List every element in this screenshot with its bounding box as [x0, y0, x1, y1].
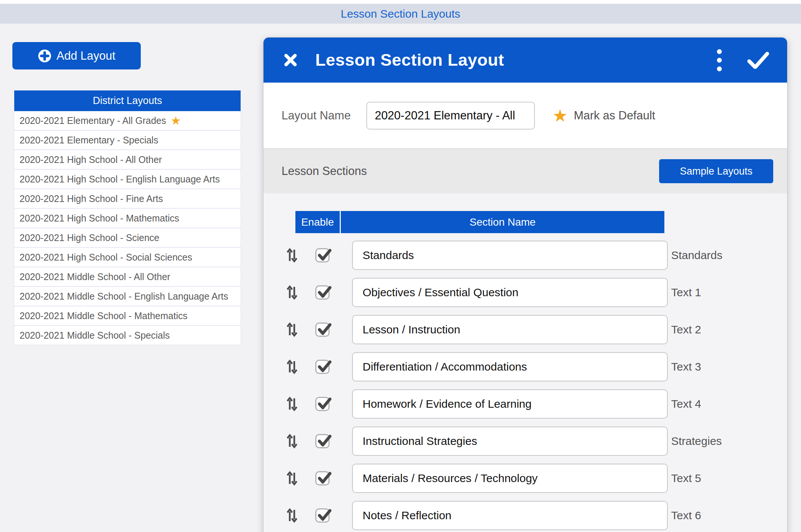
layout-name-label: Layout Name — [282, 109, 351, 122]
lesson-sections-title: Lesson Sections — [282, 164, 367, 178]
section-enable-checkbox[interactable] — [315, 508, 330, 523]
reorder-icon[interactable] — [287, 396, 297, 411]
save-check-icon[interactable] — [747, 51, 769, 69]
section-type-label: Standards — [671, 249, 723, 262]
district-layout-item[interactable]: 2020-2021 High School - All Other — [14, 149, 241, 169]
district-layout-item[interactable]: 2020-2021 High School - English Language… — [14, 169, 241, 188]
lesson-sections-bar: Lesson Sections Sample Layouts — [263, 148, 787, 193]
section-name-input[interactable] — [352, 427, 668, 456]
page-title: Lesson Section Layouts — [341, 8, 461, 20]
section-type-label: Text 1 — [671, 286, 701, 299]
district-layout-label: 2020-2021 High School - Social Sciences — [20, 252, 192, 263]
column-header-enable: Enable — [295, 211, 341, 233]
section-enable-checkbox[interactable] — [315, 397, 330, 411]
district-layouts-header: District Layouts — [14, 90, 241, 111]
screen: Lesson Section Layouts Add Layout Distri… — [0, 0, 801, 532]
district-layout-label: 2020-2021 Middle School - Mathematics — [20, 310, 187, 321]
top-strip — [0, 0, 801, 4]
layout-name-row: Layout Name ★ Mark as Default — [263, 83, 787, 148]
district-layouts-items: 2020-2021 Elementary - All Grades ★ 2020… — [14, 111, 241, 345]
section-type-label: Text 6 — [671, 509, 701, 522]
section-row: Text 6 — [263, 497, 787, 532]
section-row: Text 2 — [263, 311, 787, 348]
district-layout-item[interactable]: 2020-2021 Elementary - Specials — [14, 130, 241, 149]
kebab-menu-icon[interactable] — [715, 47, 724, 74]
page-header: Lesson Section Layouts — [0, 4, 801, 24]
district-layout-label: 2020-2021 Middle School - English Langua… — [20, 291, 228, 302]
district-layout-label: 2020-2021 Middle School - All Other — [20, 271, 170, 282]
section-enable-checkbox[interactable] — [315, 360, 330, 374]
sections-table: Enable Section Name Standards — [263, 193, 787, 532]
district-layout-item[interactable]: 2020-2021 High School - Science — [14, 228, 241, 247]
district-layout-item[interactable]: 2020-2021 Middle School - All Other — [14, 267, 241, 286]
section-enable-checkbox[interactable] — [315, 323, 330, 337]
section-type-label: Text 4 — [671, 398, 701, 410]
section-name-input[interactable] — [352, 315, 668, 344]
reorder-icon[interactable] — [287, 434, 297, 449]
district-layout-label: 2020-2021 High School - English Language… — [20, 174, 220, 185]
sections-table-header: Enable Section Name — [295, 211, 664, 233]
add-layout-button[interactable]: Add Layout — [12, 42, 141, 69]
district-layout-item[interactable]: 2020-2021 Elementary - All Grades ★ — [14, 111, 241, 130]
column-header-section-name: Section Name — [341, 211, 664, 233]
section-row: Text 1 — [263, 274, 787, 311]
section-name-input[interactable] — [352, 389, 668, 419]
section-enable-checkbox[interactable] — [315, 248, 330, 262]
district-layout-item[interactable]: 2020-2021 Middle School - Mathematics — [14, 306, 241, 325]
district-layout-label: 2020-2021 Elementary - Specials — [20, 135, 158, 146]
reorder-icon[interactable] — [287, 471, 297, 486]
mark-default-label: Mark as Default — [574, 109, 655, 122]
district-layout-label: 2020-2021 High School - Fine Arts — [20, 193, 163, 204]
section-type-label: Text 5 — [671, 472, 701, 485]
district-layout-item[interactable]: 2020-2021 High School - Social Sciences — [14, 247, 241, 267]
sample-layouts-button[interactable]: Sample Layouts — [659, 159, 773, 183]
section-name-input[interactable] — [352, 352, 668, 381]
reorder-icon[interactable] — [287, 359, 297, 374]
section-row: Text 5 — [263, 460, 787, 497]
section-name-input[interactable] — [352, 241, 668, 270]
district-layouts-list: District Layouts 2020-2021 Elementary - … — [14, 90, 241, 345]
section-name-input[interactable] — [352, 278, 668, 307]
checkmark-icon — [317, 248, 331, 262]
reorder-icon[interactable] — [287, 508, 297, 523]
section-row: Standards — [263, 237, 787, 274]
checkmark-icon — [317, 434, 331, 448]
checkmark-icon — [317, 323, 331, 337]
checkmark-icon — [317, 508, 331, 523]
section-enable-checkbox[interactable] — [315, 434, 330, 448]
plus-circle-icon — [38, 49, 51, 63]
section-row: Strategies — [263, 422, 787, 460]
checkmark-icon — [317, 397, 331, 411]
checkmark-icon — [317, 471, 331, 485]
reorder-icon[interactable] — [287, 285, 297, 300]
dialog-header: Lesson Section Layout — [263, 38, 787, 83]
mark-default-star-icon[interactable]: ★ — [552, 107, 568, 124]
district-layout-item[interactable]: 2020-2021 Middle School - English Langua… — [14, 286, 241, 306]
default-star-icon: ★ — [171, 115, 181, 127]
section-enable-checkbox[interactable] — [315, 285, 330, 300]
checkmark-icon — [317, 285, 331, 300]
section-type-label: Text 2 — [671, 323, 701, 336]
reorder-icon[interactable] — [287, 248, 297, 263]
district-layout-label: 2020-2021 High School - Mathematics — [20, 213, 179, 224]
section-row: Text 4 — [263, 385, 787, 422]
section-enable-checkbox[interactable] — [315, 471, 330, 485]
district-layout-label: 2020-2021 Middle School - Specials — [20, 330, 170, 341]
section-type-label: Text 3 — [671, 360, 701, 373]
section-type-label: Strategies — [671, 435, 722, 448]
district-layout-item[interactable]: 2020-2021 Middle School - Specials — [14, 325, 241, 345]
checkmark-icon — [317, 360, 331, 374]
lesson-section-layout-dialog: Lesson Section Layout Layout Name ★ Mark… — [263, 38, 787, 532]
section-name-input[interactable] — [352, 501, 668, 530]
section-row: Text 3 — [263, 348, 787, 385]
layout-name-input[interactable] — [366, 102, 535, 130]
district-layout-label: 2020-2021 High School - All Other — [20, 154, 162, 165]
section-name-input[interactable] — [352, 464, 668, 493]
district-layout-item[interactable]: 2020-2021 High School - Fine Arts — [14, 188, 241, 208]
reorder-icon[interactable] — [287, 322, 297, 337]
district-layout-label: 2020-2021 Elementary - All Grades — [20, 115, 166, 126]
district-layout-item[interactable]: 2020-2021 High School - Mathematics — [14, 208, 241, 228]
close-icon[interactable] — [284, 53, 297, 67]
add-layout-label: Add Layout — [57, 49, 116, 63]
dialog-title: Lesson Section Layout — [315, 50, 504, 70]
